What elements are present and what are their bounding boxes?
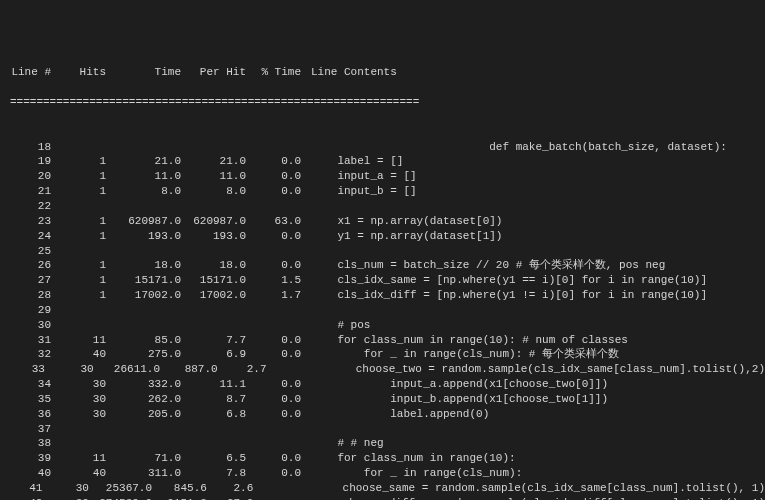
- code-line: choose_same = random.sample(cls_idx_same…: [257, 481, 765, 496]
- code-line: input_a.append(x1[choose_two[0]]): [305, 377, 765, 392]
- line-number: 32: [0, 347, 55, 362]
- code-line: choose_diff = random.sample(cls_idx_diff…: [257, 496, 765, 500]
- table-row: 391171.06.50.0 for class_num in range(10…: [0, 451, 765, 466]
- line-number: 28: [0, 288, 55, 303]
- code-line: cls_idx_same = [np.where(y1 == i)[0] for…: [305, 273, 765, 288]
- time-value: 311.0: [110, 466, 185, 481]
- time-value: 11.0: [110, 169, 185, 184]
- pct-value: [250, 318, 305, 333]
- perhit-value: [185, 303, 250, 318]
- table-row: 231620987.0620987.063.0 x1 = np.array(da…: [0, 214, 765, 229]
- line-number: 29: [0, 303, 55, 318]
- code-line: y1 = np.array(dataset[1]): [305, 229, 765, 244]
- hits-value: 40: [55, 466, 110, 481]
- header-time: Time: [110, 65, 185, 80]
- hits-value: 30: [49, 362, 98, 377]
- hits-value: 1: [55, 229, 110, 244]
- code-line: input_b.append(x1[choose_two[1]]): [305, 392, 765, 407]
- hits-value: 30: [55, 392, 110, 407]
- perhit-value: [185, 436, 250, 451]
- time-value: 620987.0: [110, 214, 185, 229]
- header-row: Line # Hits Time Per Hit % Time Line Con…: [0, 65, 765, 80]
- code-line: cls_idx_diff = [np.where(y1 != i)[0] for…: [305, 288, 765, 303]
- time-value: 262.0: [110, 392, 185, 407]
- table-row: 3630205.06.80.0 label.append(0): [0, 407, 765, 422]
- code-line: input_a = []: [305, 169, 765, 184]
- code-line: label = []: [305, 154, 765, 169]
- code-line: choose_two = random.sample(cls_idx_same[…: [271, 362, 765, 377]
- perhit-value: [185, 422, 250, 437]
- time-value: 18.0: [110, 258, 185, 273]
- code-line: [305, 199, 765, 214]
- line-number: 25: [0, 244, 55, 259]
- perhit-value: [185, 140, 250, 155]
- code-line: cls_num = batch_size // 20 # 每个类采样个数, po…: [305, 258, 765, 273]
- table-row: 311185.07.70.0 for class_num in range(10…: [0, 333, 765, 348]
- perhit-value: [185, 318, 250, 333]
- line-number: 20: [0, 169, 55, 184]
- time-value: 71.0: [110, 451, 185, 466]
- pct-value: 0.0: [250, 451, 305, 466]
- table-row: 2118.08.00.0 input_b = []: [0, 184, 765, 199]
- hits-value: [55, 244, 110, 259]
- line-number: 23: [0, 214, 55, 229]
- perhit-value: 620987.0: [185, 214, 250, 229]
- header-pct: % Time: [250, 65, 305, 80]
- table-row: 25: [0, 244, 765, 259]
- hits-value: 40: [55, 347, 110, 362]
- pct-value: 1.5: [250, 273, 305, 288]
- time-value: 274539.0: [93, 496, 156, 500]
- table-row: 37: [0, 422, 765, 437]
- perhit-value: 8.7: [185, 392, 250, 407]
- pct-value: 27.9: [211, 496, 257, 500]
- perhit-value: 6.5: [185, 451, 250, 466]
- time-value: [110, 422, 185, 437]
- time-value: 21.0: [110, 154, 185, 169]
- header-rule: ========================================…: [0, 95, 765, 110]
- table-row: 28117002.017002.01.7 cls_idx_diff = [np.…: [0, 288, 765, 303]
- line-number: 21: [0, 184, 55, 199]
- hits-value: 11: [55, 451, 110, 466]
- hits-value: 30: [46, 481, 92, 496]
- table-row: 241193.0193.00.0 y1 = np.array(dataset[1…: [0, 229, 765, 244]
- perhit-value: [185, 244, 250, 259]
- hits-value: 1: [55, 169, 110, 184]
- code-line: # pos: [305, 318, 765, 333]
- code-line: for _ in range(cls_num): # 每个类采样个数: [305, 347, 765, 362]
- perhit-value: 193.0: [185, 229, 250, 244]
- line-number: 35: [0, 392, 55, 407]
- header-line: Line #: [0, 65, 55, 80]
- table-row: 333026611.0887.02.7 choose_two = random.…: [0, 362, 765, 377]
- hits-value: 1: [55, 154, 110, 169]
- profile-table: 18 def make_batch(batch_size, dataset):1…: [0, 140, 765, 500]
- hits-value: 1: [55, 184, 110, 199]
- table-row: 29: [0, 303, 765, 318]
- code-line: for class_num in range(10):: [305, 451, 765, 466]
- table-row: 3430332.011.10.0 input_a.append(x1[choos…: [0, 377, 765, 392]
- code-line: for _ in range(cls_num):: [305, 466, 765, 481]
- table-row: 30 # pos: [0, 318, 765, 333]
- pct-value: 0.0: [250, 169, 305, 184]
- pct-value: 2.6: [211, 481, 257, 496]
- pct-value: 1.7: [250, 288, 305, 303]
- line-number: 42: [0, 496, 46, 500]
- line-number: 22: [0, 199, 55, 214]
- table-row: 38 # # neg: [0, 436, 765, 451]
- pct-value: [250, 244, 305, 259]
- time-value: [110, 303, 185, 318]
- pct-value: 0.0: [250, 333, 305, 348]
- hits-value: [55, 422, 110, 437]
- time-value: 193.0: [110, 229, 185, 244]
- table-row: 3240275.06.90.0 for _ in range(cls_num):…: [0, 347, 765, 362]
- line-number: 34: [0, 377, 55, 392]
- perhit-value: 9151.3: [156, 496, 211, 500]
- hits-value: 30: [55, 407, 110, 422]
- time-value: 25367.0: [93, 481, 156, 496]
- pct-value: 0.0: [250, 347, 305, 362]
- time-value: [110, 199, 185, 214]
- line-number: 37: [0, 422, 55, 437]
- header-contents: Line Contents: [305, 65, 765, 80]
- pct-value: 0.0: [250, 407, 305, 422]
- perhit-value: 6.9: [185, 347, 250, 362]
- line-number: 24: [0, 229, 55, 244]
